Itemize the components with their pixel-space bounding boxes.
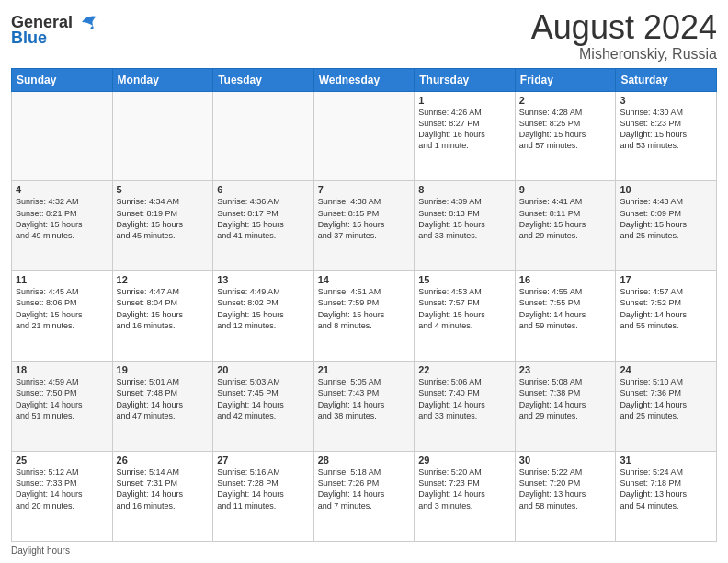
day-info: Sunrise: 5:12 AM Sunset: 7:33 PM Dayligh…: [16, 466, 108, 511]
day-info: Sunrise: 5:24 AM Sunset: 7:18 PM Dayligh…: [620, 466, 712, 511]
day-number: 19: [117, 364, 210, 375]
week-row-3: 11Sunrise: 4:45 AM Sunset: 8:06 PM Dayli…: [12, 271, 717, 362]
header: General Blue August 2024 Misheronskiy, R…: [11, 9, 717, 63]
day-cell: [12, 91, 113, 181]
day-cell: 31Sunrise: 5:24 AM Sunset: 7:18 PM Dayli…: [616, 452, 717, 542]
day-number: 10: [620, 184, 712, 195]
day-cell: 15Sunrise: 4:53 AM Sunset: 7:57 PM Dayli…: [415, 271, 516, 362]
week-row-5: 25Sunrise: 5:12 AM Sunset: 7:33 PM Dayli…: [12, 452, 717, 542]
day-cell: 26Sunrise: 5:14 AM Sunset: 7:31 PM Dayli…: [112, 452, 213, 542]
day-number: 25: [16, 454, 108, 465]
col-header-friday: Friday: [515, 68, 616, 91]
location-title: Misheronskiy, Russia: [531, 46, 717, 63]
day-cell: 17Sunrise: 4:57 AM Sunset: 7:52 PM Dayli…: [616, 271, 717, 362]
day-cell: 22Sunrise: 5:06 AM Sunset: 7:40 PM Dayli…: [415, 362, 516, 452]
day-info: Sunrise: 4:38 AM Sunset: 8:15 PM Dayligh…: [318, 196, 411, 241]
day-info: Sunrise: 4:55 AM Sunset: 7:55 PM Dayligh…: [519, 286, 612, 331]
daylight-label: Daylight hours: [11, 546, 70, 556]
day-info: Sunrise: 4:41 AM Sunset: 8:11 PM Dayligh…: [519, 196, 612, 241]
day-info: Sunrise: 4:51 AM Sunset: 7:59 PM Dayligh…: [318, 286, 411, 331]
day-number: 28: [318, 454, 411, 465]
col-header-monday: Monday: [112, 68, 213, 91]
day-cell: 10Sunrise: 4:43 AM Sunset: 8:09 PM Dayli…: [616, 181, 717, 271]
day-number: 3: [620, 95, 712, 106]
logo-bird-icon: [74, 13, 98, 31]
day-number: 20: [217, 364, 310, 375]
day-info: Sunrise: 4:49 AM Sunset: 8:02 PM Dayligh…: [217, 286, 310, 331]
page: General Blue August 2024 Misheronskiy, R…: [0, 0, 728, 563]
header-row: SundayMondayTuesdayWednesdayThursdayFrid…: [12, 68, 717, 91]
day-cell: 25Sunrise: 5:12 AM Sunset: 7:33 PM Dayli…: [12, 452, 113, 542]
day-info: Sunrise: 4:43 AM Sunset: 8:09 PM Dayligh…: [620, 196, 712, 241]
week-row-4: 18Sunrise: 4:59 AM Sunset: 7:50 PM Dayli…: [12, 362, 717, 452]
day-number: 12: [117, 274, 210, 285]
day-number: 15: [418, 274, 511, 285]
day-number: 7: [318, 184, 411, 195]
col-header-sunday: Sunday: [12, 68, 113, 91]
footer: Daylight hours: [11, 546, 717, 556]
day-cell: 20Sunrise: 5:03 AM Sunset: 7:45 PM Dayli…: [213, 362, 314, 452]
col-header-saturday: Saturday: [616, 68, 717, 91]
day-cell: 3Sunrise: 4:30 AM Sunset: 8:23 PM Daylig…: [616, 91, 717, 181]
day-cell: 14Sunrise: 4:51 AM Sunset: 7:59 PM Dayli…: [313, 271, 415, 362]
day-info: Sunrise: 4:30 AM Sunset: 8:23 PM Dayligh…: [620, 107, 712, 152]
day-info: Sunrise: 4:39 AM Sunset: 8:13 PM Dayligh…: [418, 196, 511, 241]
day-cell: 9Sunrise: 4:41 AM Sunset: 8:11 PM Daylig…: [515, 181, 616, 271]
day-info: Sunrise: 5:03 AM Sunset: 7:45 PM Dayligh…: [217, 376, 310, 421]
day-info: Sunrise: 4:36 AM Sunset: 8:17 PM Dayligh…: [217, 196, 310, 241]
day-number: 17: [620, 274, 712, 285]
day-info: Sunrise: 5:22 AM Sunset: 7:20 PM Dayligh…: [519, 466, 612, 511]
day-cell: 29Sunrise: 5:20 AM Sunset: 7:23 PM Dayli…: [415, 452, 516, 542]
day-cell: 1Sunrise: 4:26 AM Sunset: 8:27 PM Daylig…: [415, 91, 516, 181]
day-cell: 27Sunrise: 5:16 AM Sunset: 7:28 PM Dayli…: [213, 452, 314, 542]
day-cell: 23Sunrise: 5:08 AM Sunset: 7:38 PM Dayli…: [515, 362, 616, 452]
day-number: 6: [217, 184, 310, 195]
day-number: 23: [519, 364, 612, 375]
day-info: Sunrise: 4:47 AM Sunset: 8:04 PM Dayligh…: [117, 286, 210, 331]
day-cell: 4Sunrise: 4:32 AM Sunset: 8:21 PM Daylig…: [12, 181, 113, 271]
day-info: Sunrise: 4:26 AM Sunset: 8:27 PM Dayligh…: [418, 107, 511, 152]
day-info: Sunrise: 4:45 AM Sunset: 8:06 PM Dayligh…: [16, 286, 108, 331]
day-cell: 13Sunrise: 4:49 AM Sunset: 8:02 PM Dayli…: [213, 271, 314, 362]
logo-blue-text: Blue: [11, 29, 47, 48]
day-cell: 11Sunrise: 4:45 AM Sunset: 8:06 PM Dayli…: [12, 271, 113, 362]
day-info: Sunrise: 5:06 AM Sunset: 7:40 PM Dayligh…: [418, 376, 511, 421]
day-number: 2: [519, 95, 612, 106]
day-number: 27: [217, 454, 310, 465]
day-number: 21: [318, 364, 411, 375]
day-number: 5: [117, 184, 210, 195]
day-cell: 5Sunrise: 4:34 AM Sunset: 8:19 PM Daylig…: [112, 181, 213, 271]
day-info: Sunrise: 5:08 AM Sunset: 7:38 PM Dayligh…: [519, 376, 612, 421]
calendar-table: SundayMondayTuesdayWednesdayThursdayFrid…: [11, 68, 717, 542]
day-info: Sunrise: 5:16 AM Sunset: 7:28 PM Dayligh…: [217, 466, 310, 511]
day-number: 24: [620, 364, 712, 375]
day-cell: [112, 91, 213, 181]
week-row-1: 1Sunrise: 4:26 AM Sunset: 8:27 PM Daylig…: [12, 91, 717, 181]
day-number: 11: [16, 274, 108, 285]
day-info: Sunrise: 4:32 AM Sunset: 8:21 PM Dayligh…: [16, 196, 108, 241]
day-cell: 2Sunrise: 4:28 AM Sunset: 8:25 PM Daylig…: [515, 91, 616, 181]
day-cell: 30Sunrise: 5:22 AM Sunset: 7:20 PM Dayli…: [515, 452, 616, 542]
day-info: Sunrise: 4:59 AM Sunset: 7:50 PM Dayligh…: [16, 376, 108, 421]
day-number: 30: [519, 454, 612, 465]
day-cell: 8Sunrise: 4:39 AM Sunset: 8:13 PM Daylig…: [415, 181, 516, 271]
col-header-tuesday: Tuesday: [213, 68, 314, 91]
day-cell: 12Sunrise: 4:47 AM Sunset: 8:04 PM Dayli…: [112, 271, 213, 362]
day-info: Sunrise: 4:34 AM Sunset: 8:19 PM Dayligh…: [117, 196, 210, 241]
col-header-thursday: Thursday: [415, 68, 516, 91]
week-row-2: 4Sunrise: 4:32 AM Sunset: 8:21 PM Daylig…: [12, 181, 717, 271]
day-cell: 7Sunrise: 4:38 AM Sunset: 8:15 PM Daylig…: [313, 181, 415, 271]
day-info: Sunrise: 5:05 AM Sunset: 7:43 PM Dayligh…: [318, 376, 411, 421]
day-info: Sunrise: 4:28 AM Sunset: 8:25 PM Dayligh…: [519, 107, 612, 152]
day-info: Sunrise: 5:18 AM Sunset: 7:26 PM Dayligh…: [318, 466, 411, 511]
day-info: Sunrise: 5:20 AM Sunset: 7:23 PM Dayligh…: [418, 466, 511, 511]
day-number: 9: [519, 184, 612, 195]
day-cell: 28Sunrise: 5:18 AM Sunset: 7:26 PM Dayli…: [313, 452, 415, 542]
day-cell: 21Sunrise: 5:05 AM Sunset: 7:43 PM Dayli…: [313, 362, 415, 452]
day-cell: 24Sunrise: 5:10 AM Sunset: 7:36 PM Dayli…: [616, 362, 717, 452]
day-number: 18: [16, 364, 108, 375]
day-number: 4: [16, 184, 108, 195]
day-info: Sunrise: 4:53 AM Sunset: 7:57 PM Dayligh…: [418, 286, 511, 331]
day-cell: 19Sunrise: 5:01 AM Sunset: 7:48 PM Dayli…: [112, 362, 213, 452]
day-info: Sunrise: 5:10 AM Sunset: 7:36 PM Dayligh…: [620, 376, 712, 421]
